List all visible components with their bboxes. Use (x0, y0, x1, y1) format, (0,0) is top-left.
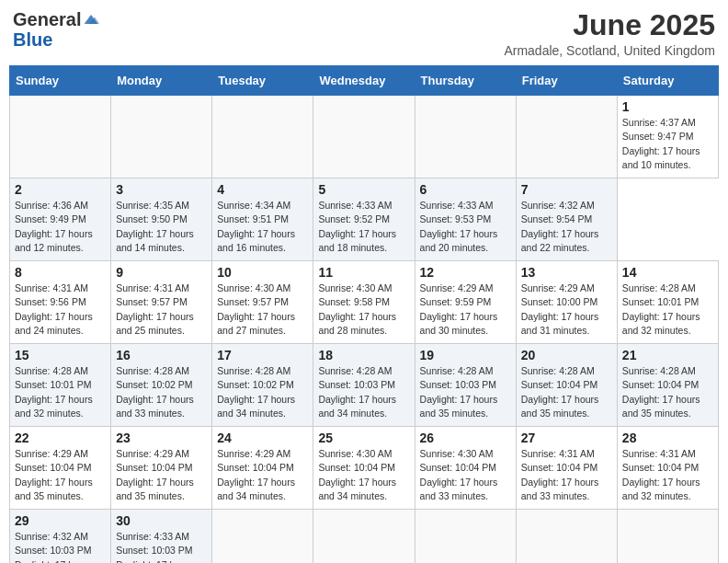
daylight-text-cont: and 35 minutes. (116, 490, 185, 501)
daylight-text: Daylight: 17 hours (318, 311, 396, 322)
sunrise-text: Sunrise: 4:29 AM (116, 448, 189, 459)
calendar-cell (617, 510, 718, 563)
sunset-text: Sunset: 10:03 PM (116, 545, 192, 556)
daylight-text: Daylight: 17 hours (318, 228, 396, 239)
sunset-text: Sunset: 10:04 PM (521, 462, 597, 473)
day-info: Sunrise: 4:28 AMSunset: 10:02 PMDaylight… (217, 364, 308, 420)
daylight-text: Daylight: 17 hours (15, 228, 93, 239)
calendar-cell (516, 96, 617, 178)
sunset-text: Sunset: 9:50 PM (116, 213, 188, 224)
daylight-text: Daylight: 17 hours (622, 394, 700, 405)
sunset-text: Sunset: 10:02 PM (217, 379, 293, 390)
daylight-text: Daylight: 17 hours (521, 311, 599, 322)
day-info: Sunrise: 4:33 AMSunset: 10:03 PMDaylight… (116, 530, 207, 563)
calendar-cell: 4Sunrise: 4:34 AMSunset: 9:51 PMDaylight… (212, 178, 313, 261)
daylight-text: Daylight: 17 hours (116, 477, 194, 488)
calendar-cell: 16Sunrise: 4:28 AMSunset: 10:02 PMDaylig… (111, 344, 212, 427)
day-number: 22 (15, 431, 106, 445)
sunrise-text: Sunrise: 4:33 AM (420, 200, 494, 211)
daylight-text-cont: and 33 minutes. (521, 490, 590, 501)
daylight-text: Daylight: 17 hours (420, 228, 498, 239)
day-number: 24 (217, 431, 308, 445)
day-number: 16 (116, 348, 207, 362)
sunrise-text: Sunrise: 4:31 AM (622, 448, 696, 459)
daylight-text-cont: and 34 minutes. (318, 490, 387, 501)
daylight-text: Daylight: 17 hours (15, 394, 93, 405)
calendar-cell: 27Sunrise: 4:31 AMSunset: 10:04 PMDaylig… (516, 427, 617, 510)
sunset-text: Sunset: 9:51 PM (217, 213, 289, 224)
calendar-cell: 25Sunrise: 4:30 AMSunset: 10:04 PMDaylig… (313, 427, 415, 510)
day-number: 11 (318, 265, 409, 280)
day-number: 2 (15, 182, 106, 197)
daylight-text: Daylight: 17 hours (116, 228, 194, 239)
week-row-1: 1Sunrise: 4:37 AMSunset: 9:47 PMDaylight… (10, 96, 719, 178)
calendar-cell (212, 96, 313, 178)
daylight-text: Daylight: 17 hours (521, 394, 599, 405)
sunrise-text: Sunrise: 4:33 AM (116, 531, 189, 542)
calendar-cell: 20Sunrise: 4:28 AMSunset: 10:04 PMDaylig… (516, 344, 617, 427)
sunrise-text: Sunrise: 4:30 AM (420, 448, 494, 459)
calendar-cell: 19Sunrise: 4:28 AMSunset: 10:03 PMDaylig… (415, 344, 516, 427)
day-number: 8 (15, 265, 106, 280)
daylight-text: Daylight: 17 hours (116, 311, 194, 322)
daylight-text-cont: and 32 minutes. (15, 408, 84, 419)
day-number: 14 (622, 265, 713, 280)
day-info: Sunrise: 4:28 AMSunset: 10:02 PMDaylight… (116, 364, 207, 420)
daylight-text: Daylight: 17 hours (521, 228, 599, 239)
calendar-cell: 7Sunrise: 4:32 AMSunset: 9:54 PMDaylight… (516, 178, 617, 261)
calendar-cell: 9Sunrise: 4:31 AMSunset: 9:57 PMDaylight… (111, 261, 212, 344)
calendar-cell: 14Sunrise: 4:28 AMSunset: 10:01 PMDaylig… (617, 261, 718, 344)
sunrise-text: Sunrise: 4:29 AM (521, 282, 595, 293)
sunrise-text: Sunrise: 4:37 AM (622, 117, 696, 128)
calendar-cell: 1Sunrise: 4:37 AMSunset: 9:47 PMDaylight… (617, 96, 718, 178)
calendar-cell: 2Sunrise: 4:36 AMSunset: 9:49 PMDaylight… (10, 178, 111, 261)
month-title: June 2025 (504, 9, 715, 41)
day-info: Sunrise: 4:33 AMSunset: 9:53 PMDaylight:… (420, 199, 511, 255)
sunset-text: Sunset: 10:04 PM (116, 462, 192, 473)
day-header-thursday: Thursday (415, 66, 516, 96)
sunset-text: Sunset: 10:04 PM (15, 462, 91, 473)
week-row-4: 15Sunrise: 4:28 AMSunset: 10:01 PMDaylig… (10, 344, 719, 427)
location-title: Armadale, Scotland, United Kingdom (504, 43, 715, 58)
daylight-text: Daylight: 17 hours (116, 559, 194, 563)
day-number: 12 (420, 265, 511, 280)
day-info: Sunrise: 4:31 AMSunset: 10:04 PMDaylight… (622, 447, 713, 503)
day-info: Sunrise: 4:29 AMSunset: 10:04 PMDaylight… (116, 447, 207, 503)
daylight-text: Daylight: 17 hours (420, 311, 498, 322)
daylight-text: Daylight: 17 hours (420, 477, 498, 488)
sunrise-text: Sunrise: 4:35 AM (116, 200, 189, 211)
calendar-cell: 21Sunrise: 4:28 AMSunset: 10:04 PMDaylig… (617, 344, 718, 427)
day-number: 9 (116, 265, 207, 280)
day-info: Sunrise: 4:29 AMSunset: 10:04 PMDaylight… (217, 447, 308, 503)
sunset-text: Sunset: 10:03 PM (420, 379, 496, 390)
daylight-text-cont: and 32 minutes. (622, 490, 691, 501)
daylight-text-cont: and 35 minutes. (15, 490, 84, 501)
daylight-text-cont: and 34 minutes. (217, 490, 286, 501)
day-number: 26 (420, 431, 511, 445)
sunset-text: Sunset: 9:59 PM (420, 296, 492, 307)
calendar-cell (516, 510, 617, 563)
calendar-cell (212, 510, 313, 563)
sunset-text: Sunset: 9:47 PM (622, 131, 694, 142)
sunset-text: Sunset: 10:04 PM (622, 379, 699, 390)
day-number: 10 (217, 265, 308, 280)
calendar-cell: 8Sunrise: 4:31 AMSunset: 9:56 PMDaylight… (10, 261, 111, 344)
sunrise-text: Sunrise: 4:29 AM (420, 282, 494, 293)
sunrise-text: Sunrise: 4:28 AM (318, 365, 392, 376)
logo: General Blue (13, 9, 99, 50)
calendar-cell: 3Sunrise: 4:35 AMSunset: 9:50 PMDaylight… (111, 178, 212, 261)
header: General Blue June 2025 Armadale, Scotlan… (9, 9, 719, 58)
calendar-cell: 11Sunrise: 4:30 AMSunset: 9:58 PMDayligh… (313, 261, 415, 344)
sunset-text: Sunset: 9:57 PM (217, 296, 289, 307)
sunrise-text: Sunrise: 4:33 AM (318, 200, 392, 211)
calendar-cell: 24Sunrise: 4:29 AMSunset: 10:04 PMDaylig… (212, 427, 313, 510)
calendar-cell (10, 96, 111, 178)
daylight-text: Daylight: 17 hours (318, 477, 396, 488)
day-info: Sunrise: 4:34 AMSunset: 9:51 PMDaylight:… (217, 199, 308, 255)
week-row-3: 8Sunrise: 4:31 AMSunset: 9:56 PMDaylight… (10, 261, 719, 344)
sunset-text: Sunset: 9:53 PM (420, 213, 492, 224)
day-info: Sunrise: 4:28 AMSunset: 10:04 PMDaylight… (521, 364, 612, 420)
sunset-text: Sunset: 10:04 PM (521, 379, 597, 390)
daylight-text-cont: and 32 minutes. (622, 325, 691, 336)
title-area: June 2025 Armadale, Scotland, United Kin… (504, 9, 715, 58)
